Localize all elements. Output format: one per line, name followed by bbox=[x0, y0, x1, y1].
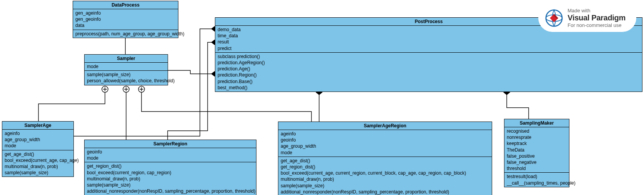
op: bool_exceed(current_age, cap_age) bbox=[5, 157, 71, 163]
attr: TheData bbox=[507, 147, 567, 153]
attr: mode bbox=[281, 150, 489, 156]
attr: result bbox=[218, 39, 640, 45]
op: preprocess(path, num_age_group, age_grou… bbox=[75, 31, 176, 37]
op: best_method() bbox=[218, 85, 640, 91]
class-attributes: mode bbox=[85, 63, 168, 71]
class-samplerregion[interactable]: SamplerRegion geoinfo mode get_region_di… bbox=[84, 140, 256, 195]
watermark-text: Made with Visual Paradigm For non-commer… bbox=[567, 8, 626, 28]
attr: mode bbox=[5, 143, 71, 149]
op: get_age_dist() bbox=[281, 158, 489, 164]
attr: gen_geoinfo bbox=[75, 16, 176, 22]
attr: geoinfo bbox=[87, 149, 254, 155]
class-dataprocess[interactable]: DataProcess gen_ageinfo gen_geoinfo data… bbox=[73, 1, 178, 38]
class-title: Sampler bbox=[85, 55, 168, 63]
visual-paradigm-watermark: Made with Visual Paradigm For non-commer… bbox=[538, 4, 636, 32]
class-operations: subclass prediction() prediction.AgeRegi… bbox=[215, 53, 642, 92]
class-attributes: ageinfo age_group_width mode bbox=[2, 130, 73, 150]
attr: keeptrack bbox=[507, 140, 567, 147]
attr: age_group_width bbox=[5, 137, 71, 143]
class-title: SamplingMaker bbox=[504, 119, 569, 127]
class-operations: get_region_dist() bool_exceed(current_re… bbox=[85, 162, 256, 195]
op: testresult(load) bbox=[507, 173, 567, 180]
op: __call__(sampling_times, people) bbox=[507, 180, 567, 186]
attr: recognised bbox=[507, 128, 567, 134]
visual-paradigm-logo-icon bbox=[545, 9, 563, 27]
attr: threshold bbox=[507, 165, 567, 172]
op: prediction.Region() bbox=[218, 72, 640, 78]
class-operations: testresult(load) __call__(sampling_times… bbox=[504, 173, 569, 187]
op: get_region_dist() bbox=[281, 164, 489, 170]
class-attributes: gen_ageinfo gen_geoinfo data bbox=[73, 9, 178, 30]
class-operations: sample(sample_size) person_allowed(sampl… bbox=[85, 71, 168, 85]
attr: data bbox=[75, 22, 176, 28]
op: sample(sample_size) bbox=[87, 72, 165, 78]
watermark-line1: Made with bbox=[567, 8, 626, 13]
op: bool_exceed(current_region, cap_region) bbox=[87, 170, 254, 176]
attr: geoinfo bbox=[281, 137, 489, 143]
attr: predict bbox=[218, 45, 640, 52]
attr: nonresprate bbox=[507, 134, 567, 140]
class-operations: get_age_dist() bool_exceed(current_age, … bbox=[2, 150, 73, 177]
class-operations: get_age_dist() get_region_dist() bool_ex… bbox=[278, 157, 492, 195]
attr: ageinfo bbox=[5, 130, 71, 137]
op: prediction.Age() bbox=[218, 66, 640, 72]
class-attributes: recognised nonresprate keeptrack TheData… bbox=[504, 127, 569, 173]
op: person_allowed(sample, choice, threshold… bbox=[87, 78, 165, 84]
watermark-line3: For non-commercial use bbox=[567, 22, 626, 28]
attr: time_data bbox=[218, 33, 640, 39]
class-attributes: geoinfo mode bbox=[85, 148, 256, 162]
rel-sampler-samplerage bbox=[38, 86, 105, 121]
class-samplerageregion[interactable]: SamplerAgeRegion ageinfo geoinfo age_gro… bbox=[278, 122, 492, 195]
attr: false_negative bbox=[507, 159, 567, 165]
op: get_region_dist() bbox=[87, 163, 254, 169]
class-samplerage[interactable]: SamplerAge ageinfo age_group_width mode … bbox=[2, 121, 74, 177]
rel-samplingmaker-postprocess bbox=[507, 92, 529, 119]
rel-samplerregion-postprocess bbox=[168, 42, 215, 140]
op: multinomial_draw(n, prob) bbox=[5, 163, 71, 170]
op: sample(sample_size) bbox=[281, 183, 489, 189]
class-samplingmaker[interactable]: SamplingMaker recognised nonresprate kee… bbox=[504, 119, 569, 187]
class-title: SamplerAgeRegion bbox=[278, 122, 492, 130]
op: prediction.AgeRegion() bbox=[218, 60, 640, 66]
op: subclass prediction() bbox=[218, 53, 640, 60]
op: multinomial_draw(n, prob) bbox=[87, 176, 254, 182]
op: sample(sample_size) bbox=[87, 182, 254, 188]
class-title: DataProcess bbox=[73, 1, 178, 9]
attr: age_group_width bbox=[281, 143, 489, 149]
op: get_age_dist() bbox=[5, 151, 71, 157]
op: prediction.Base() bbox=[218, 78, 640, 85]
class-attributes: ageinfo geoinfo age_group_width mode bbox=[278, 130, 492, 157]
class-title: SamplerAge bbox=[2, 122, 73, 130]
op: additional_nonresponder(nonRespID, sampl… bbox=[87, 188, 254, 194]
op: sample(sample_size) bbox=[5, 170, 71, 176]
attr: gen_ageinfo bbox=[75, 10, 176, 16]
watermark-line2: Visual Paradigm bbox=[567, 13, 626, 22]
attr: ageinfo bbox=[281, 131, 489, 137]
attr: mode bbox=[87, 63, 165, 70]
op: bool_exceed(current_age, current_region,… bbox=[281, 170, 489, 176]
op: multinomial_draw(n, prob) bbox=[281, 176, 489, 182]
op: additional_nonresponder(nonRespID, sampl… bbox=[281, 189, 489, 195]
class-title: SamplerRegion bbox=[85, 140, 256, 148]
attr: false_positive bbox=[507, 153, 567, 159]
class-sampler[interactable]: Sampler mode sample(sample_size) person_… bbox=[84, 54, 168, 85]
attr: mode bbox=[87, 155, 254, 161]
class-operations: preprocess(path, num_age_group, age_grou… bbox=[73, 30, 178, 38]
